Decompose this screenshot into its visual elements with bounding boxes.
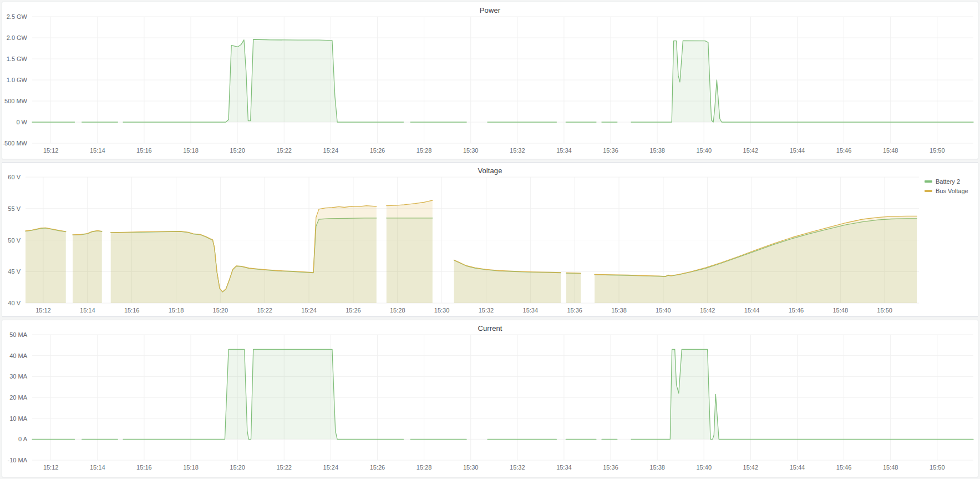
panel-current: Current 50 MA40 MA30 MA20 MA10 MA0 A-10 … [2, 320, 978, 477]
y-tick-label: 0 A [18, 436, 27, 442]
y-tick-label: 50 MA [9, 331, 27, 338]
current-plot[interactable] [32, 335, 973, 460]
x-tick-label: 15:38 [649, 464, 665, 471]
y-tick-label: 60 V [8, 174, 21, 180]
y-tick-label: 1.0 GW [7, 77, 27, 83]
panel-power: Power 2.5 GW2.0 GW1.5 GW1.0 GW500 MW0 W-… [2, 2, 978, 159]
x-tick-label: 15:16 [136, 464, 152, 471]
y-tick-label: 2.0 GW [7, 34, 27, 41]
x-tick-label: 15:44 [744, 307, 760, 314]
x-tick-label: 15:42 [743, 464, 759, 471]
y-tick-label: 45 V [8, 268, 21, 275]
x-tick-label: 15:32 [510, 147, 525, 154]
x-tick-label: 15:36 [603, 464, 618, 471]
x-tick-label: 15:12 [43, 147, 59, 154]
x-tick-label: 15:32 [510, 464, 525, 471]
x-tick-label: 15:34 [523, 307, 539, 314]
x-tick-label: 15:40 [696, 464, 712, 471]
x-tick-label: 15:30 [434, 307, 450, 314]
x-tick-label: 15:28 [417, 147, 432, 154]
x-tick-label: 15:46 [836, 464, 852, 471]
x-tick-label: 15:24 [301, 307, 317, 314]
y-tick-label: 10 MA [9, 415, 27, 422]
x-tick-label: 15:46 [789, 307, 804, 314]
dashboard: Power 2.5 GW2.0 GW1.5 GW1.0 GW500 MW0 W-… [0, 0, 980, 479]
x-tick-label: 15:44 [790, 147, 805, 154]
x-tick-label: 15:20 [230, 464, 245, 471]
power-chart: 2.5 GW2.0 GW1.5 GW1.0 GW500 MW0 W-500 MW… [2, 17, 978, 156]
y-tick-label: 40 MA [9, 352, 27, 359]
legend-label: Bus Voltage [936, 188, 968, 194]
x-tick-label: 15:16 [136, 147, 152, 154]
y-tick-label: 0 W [16, 119, 27, 125]
x-tick-label: 15:28 [417, 464, 432, 471]
x-tick-label: 15:22 [276, 147, 292, 154]
panel-title-voltage[interactable]: Voltage [2, 163, 978, 177]
power-x-axis: 15:1215:1415:1615:1815:2015:2215:2415:26… [32, 147, 973, 156]
x-tick-label: 15:48 [883, 147, 898, 154]
panel-title-power[interactable]: Power [2, 2, 978, 17]
y-tick-label: 30 MA [9, 373, 27, 380]
x-tick-label: 15:14 [90, 464, 105, 471]
panel-voltage: Voltage 60 V55 V50 V45 V40 V 15:1215:141… [2, 162, 978, 317]
y-tick-label: 40 V [8, 300, 21, 306]
y-tick-label: 55 V [8, 205, 21, 212]
y-tick-label: 2.5 GW [7, 13, 27, 20]
x-tick-label: 15:42 [743, 147, 759, 154]
x-tick-label: 15:32 [479, 307, 494, 314]
x-tick-label: 15:18 [183, 464, 199, 471]
x-tick-label: 15:40 [696, 147, 712, 154]
x-tick-label: 15:22 [257, 307, 272, 314]
power-plot[interactable] [32, 17, 973, 143]
x-tick-label: 15:44 [790, 464, 805, 471]
x-tick-label: 15:28 [390, 307, 405, 314]
x-tick-label: 15:48 [883, 464, 898, 471]
voltage-chart: 60 V55 V50 V45 V40 V 15:1215:1415:1615:1… [2, 177, 978, 316]
battery-2-swatch-icon [925, 180, 932, 183]
current-x-axis: 15:1215:1415:1615:1815:2015:2215:2415:26… [32, 464, 973, 473]
y-tick-label: 50 V [8, 237, 21, 244]
x-tick-label: 15:26 [370, 147, 385, 154]
bus-voltage-swatch-icon [925, 190, 932, 192]
panel-title-current[interactable]: Current [2, 320, 978, 335]
x-tick-label: 15:26 [346, 307, 361, 314]
y-tick-label: 1.5 GW [7, 56, 27, 62]
voltage-plot[interactable] [26, 177, 919, 303]
voltage-x-axis: 15:1215:1415:1615:1815:2015:2215:2415:26… [26, 307, 919, 316]
x-tick-label: 15:34 [556, 464, 572, 471]
x-tick-label: 15:38 [649, 147, 665, 154]
x-tick-label: 15:14 [80, 307, 95, 314]
x-tick-label: 15:30 [463, 147, 479, 154]
x-tick-label: 15:42 [700, 307, 715, 314]
x-tick-label: 15:24 [323, 464, 339, 471]
x-tick-label: 15:46 [836, 147, 852, 154]
x-tick-label: 15:12 [43, 464, 59, 471]
x-tick-label: 15:12 [35, 307, 51, 314]
x-tick-label: 15:30 [463, 464, 479, 471]
voltage-legend: Battery 2 Bus Voltage [919, 177, 973, 197]
legend-item-battery-2[interactable]: Battery 2 [925, 178, 973, 185]
x-tick-label: 15:16 [124, 307, 140, 314]
x-tick-label: 15:18 [169, 307, 184, 314]
x-tick-label: 15:20 [230, 147, 245, 154]
x-tick-label: 15:38 [611, 307, 627, 314]
x-tick-label: 15:22 [276, 464, 292, 471]
current-chart: 50 MA40 MA30 MA20 MA10 MA0 A-10 MA 15:12… [2, 335, 978, 473]
legend-item-bus-voltage[interactable]: Bus Voltage [925, 188, 973, 194]
x-tick-label: 15:24 [323, 147, 339, 154]
x-tick-label: 15:34 [556, 147, 572, 154]
x-tick-label: 15:50 [877, 307, 892, 314]
y-tick-label: 500 MW [4, 98, 27, 104]
x-tick-label: 15:26 [370, 464, 385, 471]
y-tick-label: 20 MA [9, 394, 27, 401]
legend-label: Battery 2 [936, 178, 960, 185]
y-tick-label: -10 MA [8, 457, 27, 463]
x-tick-label: 15:50 [930, 147, 945, 154]
x-tick-label: 15:40 [656, 307, 671, 314]
x-tick-label: 15:14 [90, 147, 105, 154]
x-tick-label: 15:20 [213, 307, 229, 314]
x-tick-label: 15:36 [603, 147, 618, 154]
x-tick-label: 15:36 [567, 307, 582, 314]
x-tick-label: 15:50 [930, 464, 945, 471]
y-tick-label: -500 MW [2, 140, 27, 147]
